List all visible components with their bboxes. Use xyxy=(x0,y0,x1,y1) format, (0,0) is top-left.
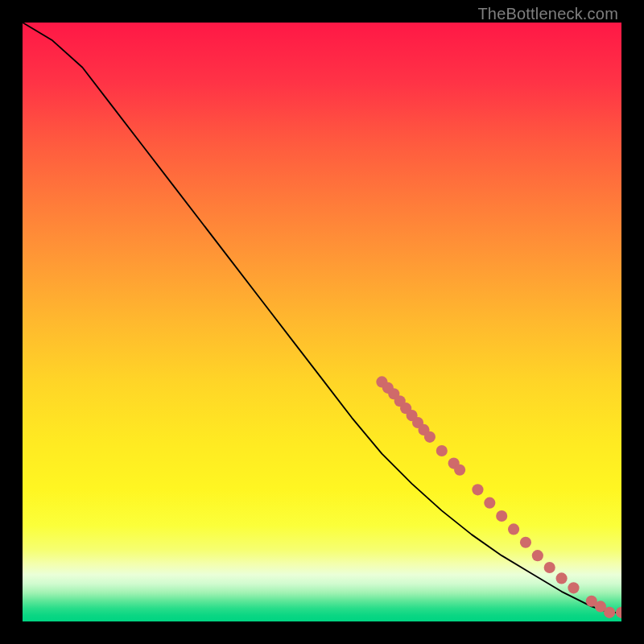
marker-dot xyxy=(436,445,448,456)
curve-layer xyxy=(23,23,621,621)
plot-area xyxy=(23,23,621,621)
main-curve xyxy=(23,23,621,613)
marker-dot xyxy=(496,510,507,522)
marker-dot xyxy=(472,484,483,495)
chart-frame: TheBottleneck.com xyxy=(0,0,644,644)
watermark-label: TheBottleneck.com xyxy=(477,5,618,23)
marker-dot xyxy=(520,537,531,548)
marker-dot xyxy=(532,550,543,561)
marker-dot xyxy=(508,523,519,535)
marker-dot xyxy=(424,431,436,443)
marker-dot xyxy=(616,607,621,618)
marker-dot xyxy=(604,607,615,618)
marker-dot xyxy=(556,572,568,584)
marker-dot xyxy=(544,562,555,573)
marker-dot xyxy=(484,497,495,509)
marker-dot xyxy=(568,582,579,593)
marker-dot xyxy=(454,464,465,476)
marker-points xyxy=(376,376,621,618)
